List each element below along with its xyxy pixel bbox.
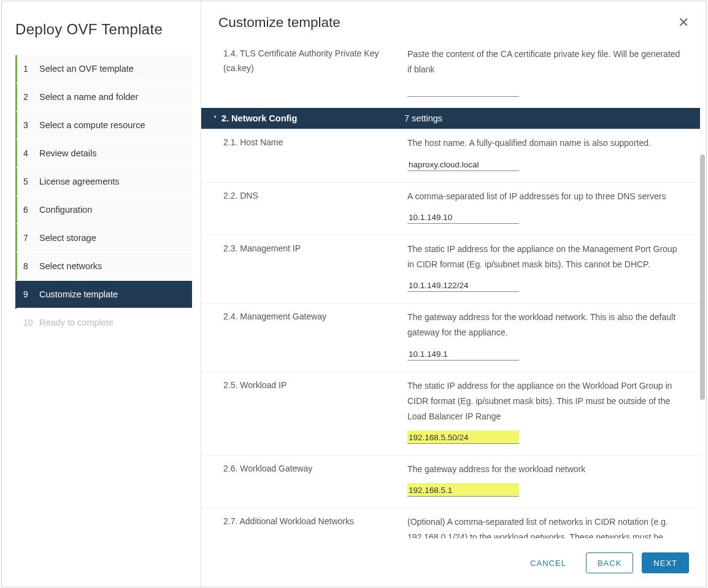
wizard-title: Deploy OVF Template <box>15 21 192 38</box>
property-label: 2.4. Management Gateway <box>223 310 407 360</box>
step-number: 3 <box>23 120 36 130</box>
property-row-workload-ip: 2.5. Workload IP The static IP address f… <box>201 372 700 456</box>
step-9-customize-template[interactable]: 9 Customize template <box>15 281 192 309</box>
property-description: The host name. A fully-qualified domain … <box>407 138 651 148</box>
property-row-dns: 2.2. DNS A comma-separated list of IP ad… <box>201 182 700 235</box>
tls-ca-key-input[interactable] <box>407 83 519 97</box>
property-row-additional-workload-networks: 2.7. Additional Workload Networks (Optio… <box>201 508 700 538</box>
property-value-cell: The host name. A fully-qualified domain … <box>407 136 700 170</box>
management-ip-input[interactable] <box>407 278 519 292</box>
step-label: Review details <box>39 148 97 158</box>
property-value-cell: Paste the content of the CA certificate … <box>407 47 700 97</box>
step-1-select-ovf[interactable]: 1 Select an OVF template <box>15 55 192 83</box>
property-label: 2.2. DNS <box>223 189 407 224</box>
step-number: 4 <box>23 148 36 158</box>
step-number: 5 <box>23 177 36 186</box>
workload-ip-input[interactable] <box>407 430 519 444</box>
property-description: The static IP address for the appliance … <box>407 381 672 421</box>
step-8-select-networks[interactable]: 8 Select networks <box>15 253 192 281</box>
property-label: 2.5. Workload IP <box>223 378 407 445</box>
property-value-cell: (Optional) A comma-separated list of net… <box>407 514 700 538</box>
section-title: 2. Network Config <box>221 113 404 123</box>
workload-gateway-input[interactable] <box>407 483 519 497</box>
step-number: 1 <box>23 64 36 74</box>
step-6-configuration[interactable]: 6 Configuration <box>15 196 192 224</box>
page-title: Customize template <box>218 15 341 31</box>
property-description: Paste the content of the CA certificate … <box>407 49 680 74</box>
main-header: Customize template ✕ <box>201 1 706 40</box>
wizard-footer: CANCEL BACK NEXT <box>201 538 706 587</box>
back-button[interactable]: BACK <box>586 552 633 573</box>
content-scroll-area[interactable]: 1.4. TLS Certificate Authority Private K… <box>201 40 706 538</box>
property-row-host-name: 2.1. Host Name The host name. A fully-qu… <box>201 129 700 181</box>
content-inner: 1.4. TLS Certificate Authority Private K… <box>201 40 700 538</box>
property-label: 2.1. Host Name <box>223 136 407 170</box>
step-number: 8 <box>23 261 36 271</box>
property-value-cell: The gateway address for the workload net… <box>407 310 700 360</box>
step-number: 10 <box>23 318 36 327</box>
step-2-name-folder[interactable]: 2 Select a name and folder <box>15 83 192 112</box>
section-setting-count: 7 settings <box>404 113 442 123</box>
step-number: 2 <box>23 92 36 102</box>
property-description: The gateway address for the workload net… <box>407 312 675 337</box>
property-value-cell: The static IP address for the appliance … <box>407 378 700 445</box>
scrollbar-thumb[interactable] <box>700 155 705 400</box>
step-4-review-details[interactable]: 4 Review details <box>15 140 192 168</box>
wizard-dialog: Deploy OVF Template 1 Select an OVF temp… <box>1 1 707 587</box>
step-label: License agreements <box>39 177 120 186</box>
main-panel: Customize template ✕ 1.4. TLS Certificat… <box>201 1 706 587</box>
property-value-cell: The static IP address for the appliance … <box>407 242 700 292</box>
property-description: A comma-separated list of IP addresses f… <box>407 191 666 201</box>
next-button[interactable]: NEXT <box>642 552 689 573</box>
host-name-input[interactable] <box>407 158 519 171</box>
property-description: The static IP address for the appliance … <box>407 244 677 269</box>
property-label: 2.7. Additional Workload Networks <box>223 514 407 538</box>
property-label: 2.6. Workload Gateway <box>223 462 407 497</box>
property-description: The gateway address for the workload net… <box>407 464 585 474</box>
step-label: Configuration <box>39 205 92 215</box>
wizard-step-list: 1 Select an OVF template 2 Select a name… <box>15 55 192 337</box>
property-description: (Optional) A comma-separated list of net… <box>407 517 684 538</box>
step-label: Select an OVF template <box>39 64 134 74</box>
property-row-tls-ca-key: 1.4. TLS Certificate Authority Private K… <box>201 40 700 108</box>
property-label: 2.3. Management IP <box>223 242 407 292</box>
step-label: Customize template <box>39 289 118 299</box>
close-icon: ✕ <box>678 15 689 30</box>
close-button[interactable]: ✕ <box>678 16 689 29</box>
cancel-button[interactable]: CANCEL <box>519 552 577 573</box>
step-10-ready-to-complete: 10 Ready to complete <box>15 309 192 337</box>
step-number: 6 <box>23 205 36 215</box>
section-header-network-config[interactable]: ˅ 2. Network Config 7 settings <box>201 108 700 129</box>
property-label: 1.4. TLS Certificate Authority Private K… <box>223 47 407 97</box>
step-label: Ready to complete <box>39 318 114 327</box>
step-label: Select networks <box>39 261 102 271</box>
property-row-management-ip: 2.3. Management IP The static IP address… <box>201 235 700 303</box>
step-number: 7 <box>23 233 36 243</box>
step-label: Select a name and folder <box>39 92 138 102</box>
step-number: 9 <box>23 289 36 299</box>
step-7-select-storage[interactable]: 7 Select storage <box>15 224 192 253</box>
property-value-cell: The gateway address for the workload net… <box>407 462 700 497</box>
step-5-license-agreements[interactable]: 5 License agreements <box>15 168 192 196</box>
property-row-management-gateway: 2.4. Management Gateway The gateway addr… <box>201 303 700 371</box>
step-3-compute-resource[interactable]: 3 Select a compute resource <box>15 112 192 140</box>
chevron-down-icon: ˅ <box>214 115 217 122</box>
step-label: Select storage <box>39 233 96 243</box>
management-gateway-input[interactable] <box>407 347 519 361</box>
property-value-cell: A comma-separated list of IP addresses f… <box>407 189 700 224</box>
step-label: Select a compute resource <box>39 120 145 130</box>
dns-input[interactable] <box>407 210 519 224</box>
property-row-workload-gateway: 2.6. Workload Gateway The gateway addres… <box>201 455 700 508</box>
wizard-sidebar: Deploy OVF Template 1 Select an OVF temp… <box>2 1 201 587</box>
